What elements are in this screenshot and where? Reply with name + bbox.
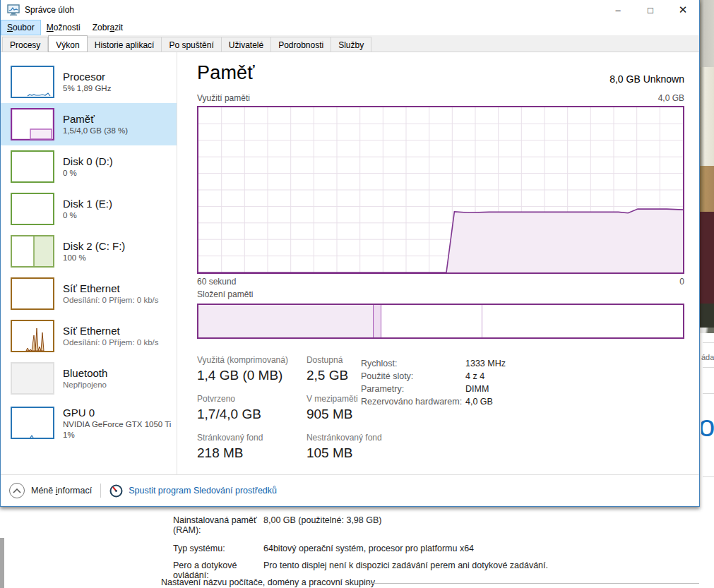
sidebar-item-sub: 5% 1,89 GHz	[63, 83, 111, 94]
sidebar-item-sub: 100 %	[63, 253, 125, 263]
tabbar: Procesy Výkon Historie aplikací Po spušt…	[1, 35, 699, 52]
taskmanager-footer: Méně informací Spustit program Sledování…	[1, 474, 699, 506]
divider	[703, 476, 714, 477]
sidebar-item-title: Procesor	[63, 70, 111, 83]
memory-usage-chart[interactable]	[197, 106, 684, 274]
divider	[703, 367, 714, 368]
sidebar-item-memory[interactable]: Paměť 1,5/4,0 GB (38 %)	[1, 103, 177, 145]
system-section-title: Nastavení názvu počítače, domény a praco…	[161, 577, 375, 587]
photo-band	[700, 304, 714, 328]
divider	[703, 342, 714, 343]
memory-capacity: 8,0 GB Unknown	[609, 73, 684, 85]
resource-monitor-label: Spustit program Sledování prostředků	[129, 486, 277, 496]
sidebar-item-ethernet2[interactable]: Síť Ethernet Odesílání: 0 Příjem: 0 kb/s	[1, 315, 177, 357]
gpu0-mini-graph	[11, 407, 54, 439]
system-info-row: Typ systému: 64bitový operační systém, p…	[173, 544, 474, 553]
sidebar-item-title: Disk 2 (C: F:)	[63, 239, 125, 253]
sidebar-item-ethernet1[interactable]: Síť Ethernet Odesílání: 0 Příjem: 0 kb/s	[1, 272, 177, 315]
background-photo: ar	[700, 0, 714, 333]
memory-mini-graph	[11, 108, 54, 140]
divider	[703, 393, 714, 394]
tab-po-spusteni[interactable]: Po spuštění	[162, 37, 221, 52]
sidebar-item-sub: 1,5/4,0 GB (38 %)	[63, 126, 128, 136]
sidebar-item-title: Disk 1 (E:)	[63, 197, 112, 210]
tab-sluzby[interactable]: Služby	[331, 37, 371, 52]
tab-vykon[interactable]: Výkon	[48, 35, 87, 52]
system-info-row: Nainstalovaná paměť (RAM): 8,00 GB (použ…	[173, 515, 381, 535]
sidebar-item-title: GPU 0	[63, 406, 171, 419]
fragment-text: áda	[701, 353, 714, 361]
menu-moznosti[interactable]: Možnosti	[41, 20, 86, 35]
disk0-mini-graph	[11, 150, 54, 183]
menu-zobrazit[interactable]: Zobrazit	[87, 20, 129, 35]
sidebar-item-disk2[interactable]: Disk 2 (C: F:) 100 %	[1, 230, 177, 272]
axis-right-label: 0	[679, 277, 684, 287]
memory-hardware-info: Rychlost: 1333 MHz Použité sloty: 4 z 4 …	[361, 357, 506, 408]
composition-segment-free[interactable]	[482, 305, 683, 337]
disk1-mini-graph	[11, 193, 54, 225]
menu-soubor[interactable]: Soubor	[1, 20, 40, 35]
axis-left-label: 60 sekund	[197, 277, 236, 287]
composition-segment-inuse[interactable]	[198, 305, 374, 337]
memory-stats: Využitá (komprimovaná) 1,4 GB (0 MB) Dos…	[197, 354, 382, 471]
ethernet1-mini-graph	[11, 277, 54, 310]
close-button[interactable]: ✕	[667, 0, 699, 20]
sidebar-item-sub: Odesílání: 0 Příjem: 0 kb/s	[63, 295, 159, 306]
composition-label: Složení paměti	[197, 289, 253, 299]
stat-committed: Potvrzeno 1,7/4,0 GB	[197, 393, 288, 424]
sidebar-item-title: Bluetooth	[63, 366, 107, 380]
tab-podrobnosti[interactable]: Podrobnosti	[271, 37, 331, 52]
sidebar-item-bluetooth[interactable]: Bluetooth Nepřipojeno	[1, 357, 177, 400]
usage-chart-label: Využití paměti	[197, 93, 250, 103]
ethernet2-mini-graph	[11, 320, 54, 352]
sidebar-item-disk0[interactable]: Disk 0 (D:) 0 %	[1, 145, 177, 188]
minimize-button[interactable]: –	[602, 0, 634, 20]
stat-nonpaged-pool: Nestránkovaný fond 105 MB	[307, 432, 382, 463]
sidebar-item-sub: Odesílání: 0 Příjem: 0 kb/s	[63, 337, 159, 348]
performance-sidebar: Procesor 5% 1,89 GHz Paměť 1,5/4,0 GB (3…	[1, 52, 177, 474]
composition-segment-modified[interactable]	[374, 305, 381, 337]
composition-segment-standby[interactable]	[381, 305, 482, 337]
sidebar-item-sub2: 1%	[63, 430, 171, 440]
sidebar-item-cpu[interactable]: Procesor 5% 1,89 GHz	[1, 61, 177, 103]
info-slots: Použité sloty: 4 z 4	[361, 370, 506, 383]
maximize-button[interactable]: □	[634, 0, 667, 20]
bluetooth-mini-graph	[11, 362, 54, 395]
photo-band	[700, 328, 714, 333]
info-hw-reserved: Rezervováno hardwarem: 4,0 GB	[361, 395, 506, 408]
divider	[100, 484, 101, 498]
memory-detail-panel: Paměť 8,0 GB Unknown Využití paměti 4,0 …	[177, 52, 701, 474]
tab-historie-aplikaci[interactable]: Historie aplikací	[88, 37, 162, 52]
photo-band	[700, 166, 714, 212]
stat-paged-pool: Stránkovaný fond 218 MB	[197, 432, 288, 463]
window-title: Správce úloh	[25, 5, 74, 15]
sidebar-item-title: Disk 0 (D:)	[63, 155, 113, 168]
memory-usage-chart-svg	[198, 107, 683, 272]
tab-uzivatele[interactable]: Uživatelé	[222, 37, 271, 52]
photo-band	[700, 0, 714, 67]
windows-logo-text-fragment: ow	[701, 409, 714, 443]
sidebar-item-title: Síť Ethernet	[63, 324, 159, 337]
sidebar-item-sub: Nepřipojeno	[63, 380, 107, 390]
photo-band: ar	[700, 212, 714, 304]
info-form-factor: Parametry: DIMM	[361, 383, 506, 395]
memory-composition-bar[interactable]	[197, 304, 684, 339]
sidebar-item-gpu0[interactable]: GPU 0 NVIDIA GeForce GTX 1050 Ti 1%	[1, 400, 177, 446]
menubar: Soubor Možnosti Zobrazit	[1, 20, 699, 35]
sidebar-item-title: Síť Ethernet	[63, 282, 159, 295]
less-info-button[interactable]: Méně informací	[9, 483, 92, 498]
open-resource-monitor-link[interactable]: Spustit program Sledování prostředků	[109, 484, 277, 498]
sidebar-item-sub: 0 %	[63, 210, 112, 221]
system-info-value: 8,00 GB (použitelné: 3,98 GB)	[263, 515, 381, 535]
titlebar[interactable]: Správce úloh – □ ✕	[1, 0, 699, 20]
usage-chart-max: 4,0 GB	[658, 93, 684, 103]
background-window-fragment: áda ow	[701, 333, 714, 507]
resource-monitor-icon	[109, 484, 123, 498]
sidebar-item-disk1[interactable]: Disk 1 (E:) 0 %	[1, 188, 177, 230]
cpu-mini-graph	[11, 66, 54, 98]
sidebar-item-sub: NVIDIA GeForce GTX 1050 Ti	[63, 419, 171, 430]
system-info-label: Nainstalovaná paměť (RAM):	[173, 515, 263, 535]
system-control-panel: Nainstalovaná paměť (RAM): 8,00 GB (použ…	[0, 507, 714, 588]
chevron-up-icon	[9, 483, 25, 498]
tab-procesy[interactable]: Procesy	[2, 37, 48, 52]
